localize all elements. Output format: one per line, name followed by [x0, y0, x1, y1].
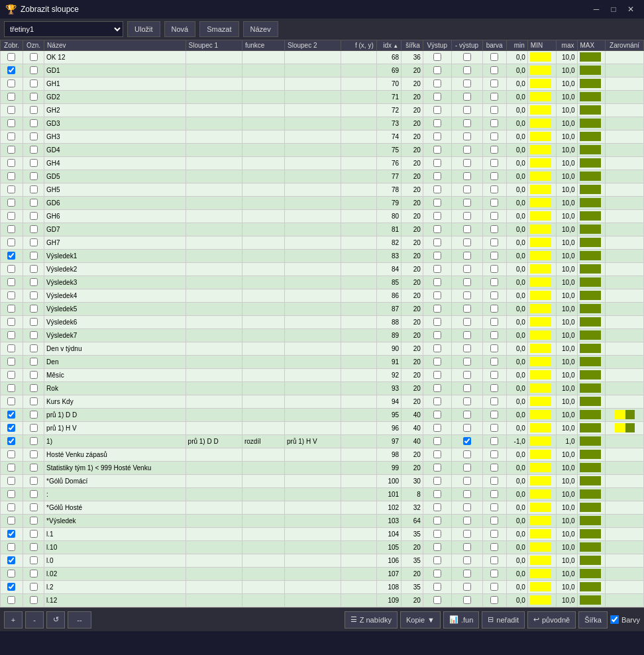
- barva-checkbox[interactable]: [490, 437, 498, 445]
- zobr-checkbox[interactable]: [7, 411, 15, 419]
- ozn-checkbox[interactable]: [30, 503, 38, 511]
- ozn-checkbox[interactable]: [30, 106, 38, 114]
- vystup-checkbox[interactable]: [433, 530, 441, 538]
- vystup-checkbox[interactable]: [433, 119, 441, 127]
- vystup2-checkbox[interactable]: [463, 225, 471, 233]
- barvy-label[interactable]: Barvy: [610, 615, 640, 624]
- ozn-checkbox[interactable]: [30, 66, 38, 74]
- zobr-checkbox[interactable]: [7, 358, 15, 366]
- vystup-checkbox[interactable]: [433, 331, 441, 339]
- ozn-checkbox[interactable]: [30, 384, 38, 392]
- vystup2-checkbox[interactable]: [463, 305, 471, 313]
- ozn-checkbox[interactable]: [30, 172, 38, 180]
- vystup2-checkbox[interactable]: [463, 252, 471, 260]
- vystup2-checkbox[interactable]: [463, 159, 471, 167]
- ozn-checkbox[interactable]: [30, 530, 38, 538]
- vystup-checkbox[interactable]: [433, 318, 441, 326]
- ozn-checkbox[interactable]: [30, 596, 38, 604]
- zobr-checkbox[interactable]: [7, 238, 15, 246]
- vystup2-checkbox[interactable]: [463, 450, 471, 458]
- ozn-checkbox[interactable]: [30, 344, 38, 352]
- barva-checkbox[interactable]: [490, 278, 498, 286]
- ozn-checkbox[interactable]: [30, 371, 38, 379]
- vystup2-checkbox[interactable]: [463, 490, 471, 498]
- vystup-checkbox[interactable]: [433, 172, 441, 180]
- vystup2-checkbox[interactable]: [463, 503, 471, 511]
- barva-checkbox[interactable]: [490, 53, 498, 61]
- vystup2-checkbox[interactable]: [463, 570, 471, 578]
- vystup2-checkbox[interactable]: [463, 384, 471, 392]
- barva-checkbox[interactable]: [490, 146, 498, 154]
- zobr-checkbox[interactable]: [7, 464, 15, 472]
- ozn-checkbox[interactable]: [30, 464, 38, 472]
- vystup2-checkbox[interactable]: [463, 477, 471, 485]
- zobr-checkbox[interactable]: [7, 344, 15, 352]
- vystup-checkbox[interactable]: [433, 93, 441, 101]
- zobr-checkbox[interactable]: [7, 596, 15, 604]
- vystup2-checkbox[interactable]: [463, 543, 471, 551]
- vystup2-checkbox[interactable]: [463, 93, 471, 101]
- barvy-checkbox[interactable]: [610, 615, 619, 624]
- vystup-checkbox[interactable]: [433, 543, 441, 551]
- barva-checkbox[interactable]: [490, 225, 498, 233]
- vystup2-checkbox[interactable]: [463, 530, 471, 538]
- ozn-checkbox[interactable]: [30, 517, 38, 525]
- barva-checkbox[interactable]: [490, 291, 498, 299]
- ozn-checkbox[interactable]: [30, 265, 38, 273]
- vystup-checkbox[interactable]: [433, 79, 441, 87]
- ozn-checkbox[interactable]: [30, 119, 38, 127]
- vystup-checkbox[interactable]: [433, 384, 441, 392]
- barva-checkbox[interactable]: [490, 530, 498, 538]
- vystup-checkbox[interactable]: [433, 397, 441, 405]
- barva-checkbox[interactable]: [490, 185, 498, 193]
- zobr-checkbox[interactable]: [7, 119, 15, 127]
- vystup2-checkbox[interactable]: [463, 199, 471, 207]
- zobr-checkbox[interactable]: [7, 252, 15, 260]
- zobr-checkbox[interactable]: [7, 265, 15, 273]
- vystup-checkbox[interactable]: [433, 106, 441, 114]
- vystup-checkbox[interactable]: [433, 291, 441, 299]
- vystup-checkbox[interactable]: [433, 583, 441, 591]
- zobr-checkbox[interactable]: [7, 106, 15, 114]
- preset-select[interactable]: třetiny1: [4, 21, 123, 37]
- ozn-checkbox[interactable]: [30, 318, 38, 326]
- barva-checkbox[interactable]: [490, 411, 498, 419]
- barva-checkbox[interactable]: [490, 305, 498, 313]
- ozn-checkbox[interactable]: [30, 252, 38, 260]
- vystup-checkbox[interactable]: [433, 252, 441, 260]
- zobr-checkbox[interactable]: [7, 291, 15, 299]
- ozn-checkbox[interactable]: [30, 225, 38, 233]
- barva-checkbox[interactable]: [490, 119, 498, 127]
- add-button[interactable]: +: [4, 611, 23, 629]
- vystup2-checkbox[interactable]: [463, 411, 471, 419]
- ozn-checkbox[interactable]: [30, 397, 38, 405]
- ozn-checkbox[interactable]: [30, 490, 38, 498]
- zobr-checkbox[interactable]: [7, 146, 15, 154]
- zobr-checkbox[interactable]: [7, 53, 15, 61]
- new-button[interactable]: Nová: [164, 21, 196, 37]
- vystup2-checkbox[interactable]: [463, 146, 471, 154]
- vystup2-checkbox[interactable]: [463, 371, 471, 379]
- vystup-checkbox[interactable]: [433, 225, 441, 233]
- remove-button[interactable]: -: [25, 611, 44, 629]
- barva-checkbox[interactable]: [490, 517, 498, 525]
- zobr-checkbox[interactable]: [7, 424, 15, 432]
- zobr-checkbox[interactable]: [7, 543, 15, 551]
- barva-checkbox[interactable]: [490, 331, 498, 339]
- vystup2-checkbox[interactable]: [463, 437, 471, 445]
- vystup-checkbox[interactable]: [433, 556, 441, 564]
- zobr-checkbox[interactable]: [7, 397, 15, 405]
- vystup-checkbox[interactable]: [433, 371, 441, 379]
- vystup-checkbox[interactable]: [433, 66, 441, 74]
- barva-checkbox[interactable]: [490, 556, 498, 564]
- vystup2-checkbox[interactable]: [463, 185, 471, 193]
- vystup2-checkbox[interactable]: [463, 238, 471, 246]
- vystup2-checkbox[interactable]: [463, 79, 471, 87]
- zobr-checkbox[interactable]: [7, 490, 15, 498]
- ozn-checkbox[interactable]: [30, 159, 38, 167]
- vystup-checkbox[interactable]: [433, 570, 441, 578]
- zobr-checkbox[interactable]: [7, 477, 15, 485]
- vystup-checkbox[interactable]: [433, 490, 441, 498]
- ozn-checkbox[interactable]: [30, 411, 38, 419]
- zobr-checkbox[interactable]: [7, 331, 15, 339]
